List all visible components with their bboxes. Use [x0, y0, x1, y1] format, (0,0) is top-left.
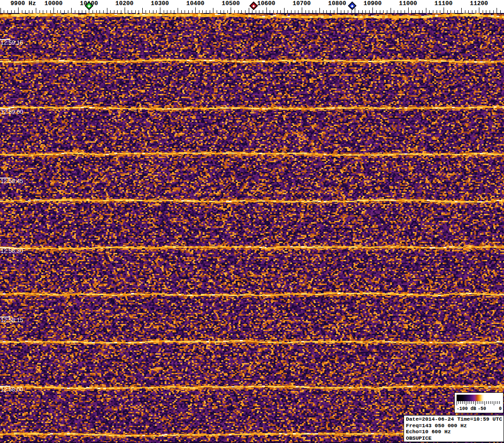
freq-axis-label: 11200 — [470, 0, 488, 7]
colorscale-labels: -100 dB -50 0 — [456, 406, 503, 412]
spectrogram-app: 9900 Hz100001010010200103001040010500106… — [0, 0, 504, 443]
time-label-text: 12:58:00 — [0, 387, 23, 393]
time-label-text: 12:59:00 — [0, 109, 23, 115]
freq-axis-label: 10300 — [151, 0, 169, 7]
freq-axis-label: 10600 — [257, 0, 275, 7]
info-line-station: OBSUPICE — [406, 435, 504, 442]
info-line-echo: Echo=10 600 Hz — [406, 429, 504, 435]
diamond-center-dot — [252, 5, 255, 7]
freq-axis-label: 10400 — [186, 0, 205, 7]
legend-mid-label: -50 — [478, 406, 486, 412]
frequency-axis: 9900 Hz100001010010200103001040010500106… — [0, 0, 504, 13]
info-line-freq: Freq=143 050 000 Hz — [406, 423, 504, 429]
colorscale-gradient — [457, 395, 501, 401]
time-label-text: 12:59:15 — [0, 40, 23, 46]
freq-axis-label: 10000 — [45, 0, 63, 7]
freq-axis-label: 11100 — [434, 0, 452, 7]
freq-axis-label: 10700 — [292, 0, 311, 7]
colorscale-ticks — [457, 401, 501, 405]
time-label-text: 12:58:45 — [0, 179, 23, 185]
freq-axis-label: 10900 — [364, 0, 382, 7]
legend-max-label: 0 — [499, 406, 502, 412]
legend-min-label: -100 dB — [457, 406, 476, 412]
freq-axis-label: 10200 — [115, 0, 133, 7]
freq-axis-label: 11000 — [399, 0, 417, 7]
info-line-date: Date=2014-06-24 Time=10:59 UTC — [406, 416, 504, 423]
diamond-center-dot — [351, 5, 354, 7]
diamond-center-dot — [88, 5, 91, 7]
time-label-text: 12:58:15 — [0, 317, 23, 324]
freq-axis-label: 10500 — [222, 0, 240, 7]
colorscale-legend: -100 dB -50 0 — [454, 392, 504, 413]
time-label-text: 12:58:30 — [0, 248, 23, 254]
waterfall-canvas — [0, 13, 504, 443]
info-box: Date=2014-06-24 Time=10:59 UTC Freq=143 … — [404, 415, 504, 442]
freq-axis-label: 9900 Hz — [11, 0, 36, 7]
freq-axis-label: 10800 — [328, 0, 346, 7]
